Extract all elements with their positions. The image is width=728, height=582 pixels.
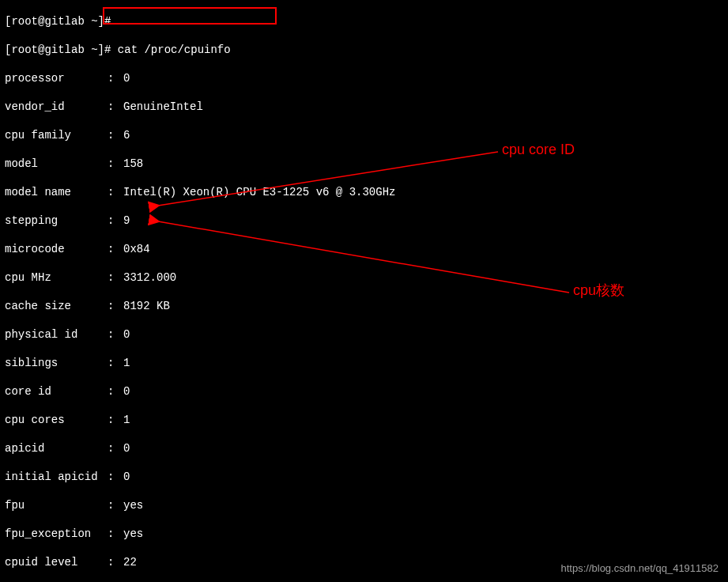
row-apicid: apicid: 0 [5,441,723,455]
row-cpu-mhz: cpu MHz: 3312.000 [5,270,723,285]
row-fpu: fpu: yes [5,498,723,512]
row-physical-id: physical id: 0 [5,327,723,342]
row-initial-apicid: initial apicid: 0 [5,470,723,484]
command-line: [root@gitlab ~]# cat /proc/cpuinfo [5,43,723,57]
command-text: cat /proc/cpuinfo [118,43,231,56]
watermark: https://blog.csdn.net/qq_41911582 [561,561,719,576]
terminal-output[interactable]: [root@gitlab ~]# [root@gitlab ~]# cat /p… [0,0,728,582]
prev-prompt: [root@gitlab ~]# [5,14,723,28]
row-vendor-id: vendor_id: GenuineIntel [5,100,723,114]
row-core-id: core id: 0 [5,384,723,399]
row-fpu-exception: fpu_exception: yes [5,527,723,541]
row-processor: processor: 0 [5,71,723,85]
prompt: [root@gitlab ~]# [5,43,118,56]
row-microcode: microcode: 0x84 [5,242,723,256]
row-cpu-family: cpu family: 6 [5,128,723,142]
row-cache-size: cache size: 8192 KB [5,299,723,313]
row-model: model: 158 [5,157,723,171]
row-siblings: siblings: 1 [5,356,723,370]
row-model-name: model name: Intel(R) Xeon(R) CPU E3-1225… [5,185,723,199]
row-stepping: stepping: 9 [5,214,723,228]
row-cpu-cores: cpu cores: 1 [5,413,723,427]
